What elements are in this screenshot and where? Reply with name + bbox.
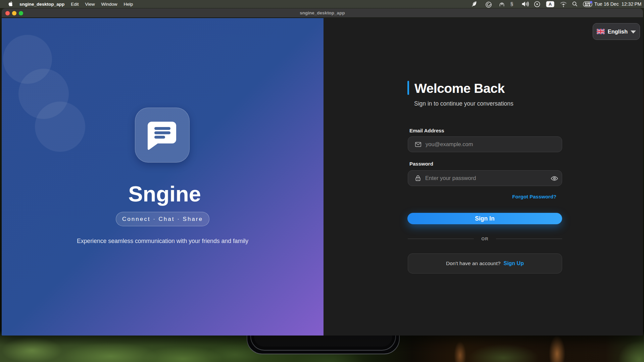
svg-text:A: A: [549, 2, 552, 7]
